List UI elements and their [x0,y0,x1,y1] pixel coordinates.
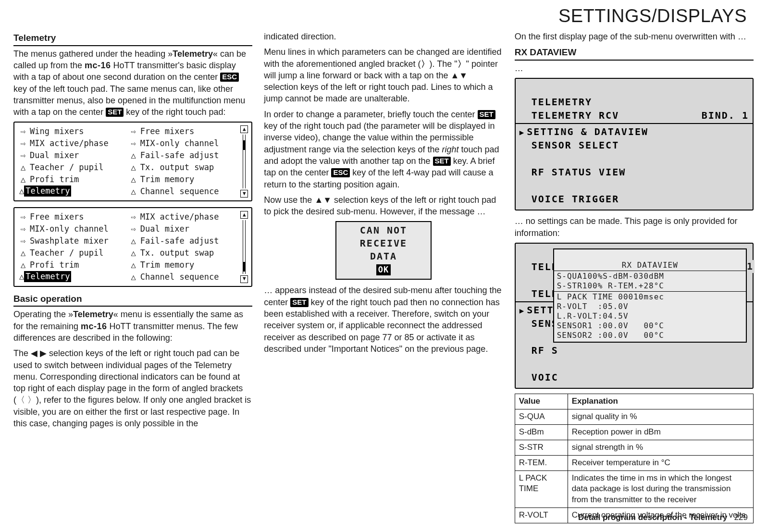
menu-item-selected: Telemetry [24,186,71,197]
col3-p2: … no settings can be made. This page is … [515,215,754,239]
content-columns: Telemetry The menus gathered under the h… [0,0,767,523]
col3-p1: On the first display page of the sub-men… [515,31,754,42]
heading-basic-operation: Basic operation [13,293,252,307]
lcd-dataview-composite: TELE TELESETT SENS RF S VOIC D. 1 RX DAT… [515,243,754,389]
col2-p5: … appears instead of the desired sub-men… [264,285,503,355]
page-footer: Detail program description - Telemetry 2… [578,512,748,523]
menu-item: Free mixers [30,211,84,223]
menu-item: MIX active/phase [30,138,109,149]
menu-item: Dual mixer [140,223,189,235]
menu-item: Trim memory [140,174,195,185]
page-number: 229 [734,513,748,522]
dv-title: RX DATAVIEW [557,260,743,270]
lcd-telemetry-menu: TELEMETRYTELEMETRY RCVBIND. 1SETTING & D… [515,78,754,210]
menu-box-2: ⇨Free mixers ⇨MIX-only channel ⇨Swashpla… [13,207,252,287]
heading-telemetry: Telemetry [13,32,252,46]
col2-p1: indicated direction. [264,31,503,42]
scrollbar[interactable]: ▲ ▼ [240,125,248,198]
basic-paragraph-2: The ◀ ▶ selection keys of the left or ri… [13,347,252,429]
brand-name: mc-16 [85,61,111,70]
menu-box-1: ⇨Wing mixers ⇨MIX active/phase ⇨Dual mix… [13,122,252,201]
menu-item: Teacher / pupil [30,247,104,259]
lcd-rx-dataview-overlay: RX DATAVIEWS-QUA100%S-dBM-030dBM S-STR10… [553,248,747,343]
menu-item: Tx. output swap [140,247,214,259]
menu-box-2-right: ⇨MIX active/phase ⇨Dual mixer △Fail-safe… [130,211,237,283]
menu-item: Teacher / pupil [30,162,104,173]
menu-item: Free mixers [140,126,195,137]
page-title: SETTINGS/DISPLAYS [558,4,747,28]
col2-p4: Now use the ▲▼ selection keys of the lef… [264,194,503,218]
scrollbar[interactable]: ▲ ▼ [240,211,248,283]
menu-item: Channel sequence [140,272,219,283]
menu-item: Trim memory [140,260,195,271]
menu-item: MIX active/phase [140,211,219,223]
value-explanation-table: Value Explanation S-QUAsignal quality in… [515,394,754,523]
menu-item: Fail-safe adjust [140,235,219,247]
table-row: R-TEM.Receiver temperature in °C [515,455,753,470]
msg-line-2: RECEIVE [336,237,431,250]
lcd-line: TELEMETRY [520,95,749,109]
menu-item: Profi trim [30,174,79,185]
menu-box-2-left: ⇨Free mixers ⇨MIX-only channel ⇨Swashpla… [19,211,127,283]
key-set: SET [106,108,124,117]
ellipsis: … [515,62,754,74]
cannot-receive-box: CAN NOT RECEIVE DATA OK [335,221,432,280]
msg-line-3: DATA [336,250,431,263]
column-1: Telemetry The menus gathered under the h… [13,29,252,523]
table-row: S-QUAsignal quality in % [515,409,753,424]
table-header-value: Value [515,394,568,409]
scroll-down-icon[interactable]: ▼ [240,275,248,283]
col2-p2: Menu lines in which parameters can be ch… [264,46,503,104]
menu-item-selected: Telemetry [24,271,71,282]
table-row: S-STRsignal strength in % [515,440,753,455]
menu-item: Tx. output swap [140,162,214,173]
key-esc: ESC [220,73,239,82]
menu-item: Fail-safe adjust [140,150,219,161]
menu-item: Profi trim [30,260,79,271]
lcd-line-selected: SETTING & DATAVIEW [520,126,648,137]
menu-item: MIX-only channel [30,223,109,235]
col2-p3: In order to change a parameter, briefly … [264,109,503,190]
column-3: On the first display page of the sub-men… [515,29,754,523]
basic-paragraph-1: Operating the »Telemetry« menu is essent… [13,309,252,344]
scroll-down-icon[interactable]: ▼ [240,190,248,198]
menu-icon: ⇨ [19,126,27,137]
menu-item: Dual mixer [30,150,79,161]
msg-ok: OK [376,264,391,275]
menu-box-1-left: ⇨Wing mixers ⇨MIX active/phase ⇨Dual mix… [19,125,127,198]
menu-item: Channel sequence [140,186,219,197]
table-header-explanation: Explanation [568,394,753,409]
table-row: L PACK TIMEIndicates the time in ms in w… [515,470,753,508]
heading-rx-dataview: RX DATAVIEW [515,46,754,61]
table-row: S-dBmReception power in dBm [515,424,753,440]
menu-item: Wing mixers [30,126,84,137]
intro-paragraph: The menus gathered under the heading »Te… [13,48,252,118]
msg-line-1: CAN NOT [336,224,431,237]
scroll-up-icon[interactable]: ▲ [240,211,248,219]
menu-box-1-right: ⇨Free mixers ⇨MIX-only channel △Fail-saf… [130,125,237,198]
scroll-up-icon[interactable]: ▲ [240,125,248,133]
column-2: indicated direction. Menu lines in which… [264,29,503,523]
menu-item: MIX-only channel [140,138,219,149]
menu-item: Swashplate mixer [30,235,109,247]
